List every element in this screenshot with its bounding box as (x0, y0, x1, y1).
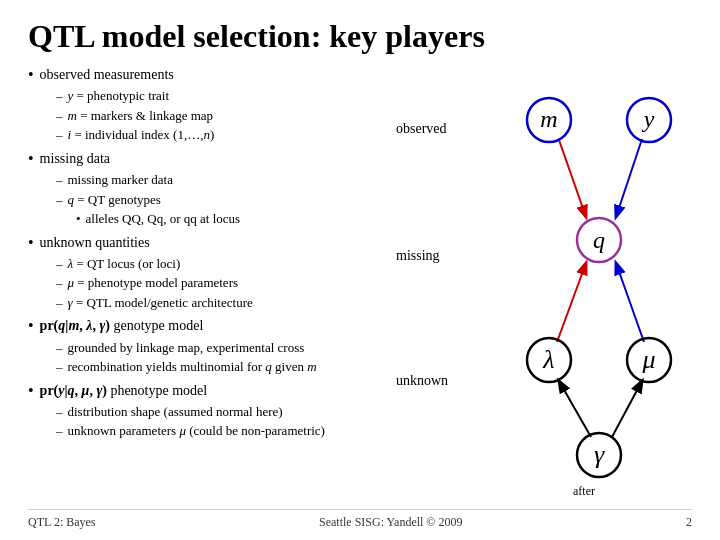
unknown-label: unknown quantities (40, 233, 150, 253)
item-text: γ = QTL model/genetic architecture (68, 293, 253, 313)
bullet-dot-unknown: • (28, 235, 34, 251)
bullet-unknown: • unknown quantities (28, 233, 394, 253)
item-text: λ = QT locus (or loci) (68, 254, 181, 274)
item-text: q = QT genotypes (68, 190, 161, 210)
missing-sublist: – missing marker data – q = QT genotypes… (56, 170, 394, 229)
dash: – (56, 190, 63, 210)
genotype-sublist: – grounded by linkage map, experimental … (56, 338, 394, 377)
unknown-row-label: unknown (396, 373, 448, 388)
arrow-lambda-to-q (557, 263, 586, 342)
dash: – (56, 125, 63, 145)
arrow-y-to-q (616, 139, 642, 217)
bullet-phenotype: • pr(y|q, μ, γ) phenotype model (28, 381, 394, 401)
item-text: alleles QQ, Qq, or qq at locus (86, 209, 241, 229)
list-item: – unknown parameters μ (could be non-par… (56, 421, 394, 441)
item-text: m = markers & linkage map (68, 106, 214, 126)
bullet-dot-genotype: • (28, 318, 34, 334)
dash: – (56, 357, 63, 377)
list-item: • alleles QQ, Qq, or qq at locus (76, 209, 394, 229)
dash: – (56, 273, 63, 293)
list-item: – λ = QT locus (or loci) (56, 254, 394, 274)
list-item: – distribution shape (assumed normal her… (56, 402, 394, 422)
bullet-observed: • observed measurements (28, 65, 394, 85)
observed-row-label: observed (396, 121, 447, 136)
section-observed: • observed measurements – y = phenotypic… (28, 65, 394, 145)
content-area: • observed measurements – y = phenotypic… (28, 65, 692, 485)
subsub-list: • alleles QQ, Qq, or qq at locus (76, 209, 394, 229)
slide-title: QTL model selection: key players (28, 18, 692, 55)
genotype-label: pr(q|m, λ, γ) genotype model (40, 316, 204, 336)
label-mu: μ (641, 345, 655, 374)
list-item: – μ = phenotype model parameters (56, 273, 394, 293)
item-text: distribution shape (assumed normal here) (68, 402, 283, 422)
observed-label: observed measurements (40, 65, 174, 85)
list-item: – γ = QTL model/genetic architecture (56, 293, 394, 313)
right-column: observed missing unknown (394, 65, 692, 485)
section-missing: • missing data – missing marker data – q… (28, 149, 394, 229)
bullet-dot-observed: • (28, 67, 34, 83)
footer-center: Seattle SISG: Yandell © 2009 (319, 515, 462, 530)
list-item: – recombination yields multinomial for q… (56, 357, 394, 377)
list-item: – q = QT genotypes (56, 190, 394, 210)
dash: – (56, 293, 63, 313)
observed-sublist: – y = phenotypic trait – m = markers & l… (56, 86, 394, 145)
bullet-missing: • missing data (28, 149, 394, 169)
item-text: μ = phenotype model parameters (68, 273, 239, 293)
item-text: y = phenotypic trait (68, 86, 170, 106)
bullet-dot-phenotype: • (28, 383, 34, 399)
bullet-dot-missing: • (28, 151, 34, 167)
arrow-m-to-q (559, 140, 586, 217)
item-text: i = individual index (1,…,n) (68, 125, 215, 145)
footer-right: 2 (686, 515, 692, 530)
list-item: – i = individual index (1,…,n) (56, 125, 394, 145)
item-text: unknown parameters μ (could be non-param… (68, 421, 325, 441)
dash: – (56, 421, 63, 441)
footer-left: QTL 2: Bayes (28, 515, 96, 530)
after-text: after (573, 484, 595, 495)
label-y: y (641, 106, 654, 132)
item-text: grounded by linkage map, experimental cr… (68, 338, 305, 358)
unknown-sublist: – λ = QT locus (or loci) – μ = phenotype… (56, 254, 394, 313)
arrow-mu-to-q (616, 263, 644, 342)
dash: – (56, 170, 63, 190)
label-gamma: γ (594, 440, 605, 469)
list-item: – grounded by linkage map, experimental … (56, 338, 394, 358)
list-item: – m = markers & linkage map (56, 106, 394, 126)
bullet-genotype: • pr(q|m, λ, γ) genotype model (28, 316, 394, 336)
label-m: m (540, 106, 557, 132)
phenotype-sublist: – distribution shape (assumed normal her… (56, 402, 394, 441)
footer: QTL 2: Bayes Seattle SISG: Yandell © 200… (28, 509, 692, 530)
slide: QTL model selection: key players • obser… (0, 0, 720, 540)
section-genotype-model: • pr(q|m, λ, γ) genotype model – grounde… (28, 316, 394, 376)
diagram-svg: observed missing unknown (394, 65, 704, 495)
section-phenotype-model: • pr(y|q, μ, γ) phenotype model – distri… (28, 381, 394, 441)
bullet-small: • (76, 209, 81, 229)
missing-row-label: missing (396, 248, 440, 263)
label-q: q (593, 227, 605, 253)
dash: – (56, 338, 63, 358)
dash: – (56, 86, 63, 106)
label-lambda: λ (542, 345, 554, 374)
section-unknown: • unknown quantities – λ = QT locus (or … (28, 233, 394, 313)
phenotype-label: pr(y|q, μ, γ) phenotype model (40, 381, 208, 401)
item-text: missing marker data (68, 170, 173, 190)
left-column: • observed measurements – y = phenotypic… (28, 65, 394, 485)
item-text: recombination yields multinomial for q g… (68, 357, 317, 377)
arrow-gamma-to-lambda (559, 381, 591, 437)
dash: – (56, 402, 63, 422)
dash: – (56, 254, 63, 274)
dash: – (56, 106, 63, 126)
list-item: – y = phenotypic trait (56, 86, 394, 106)
list-item: – missing marker data (56, 170, 394, 190)
arrow-gamma-to-mu (612, 381, 642, 437)
missing-label: missing data (40, 149, 110, 169)
